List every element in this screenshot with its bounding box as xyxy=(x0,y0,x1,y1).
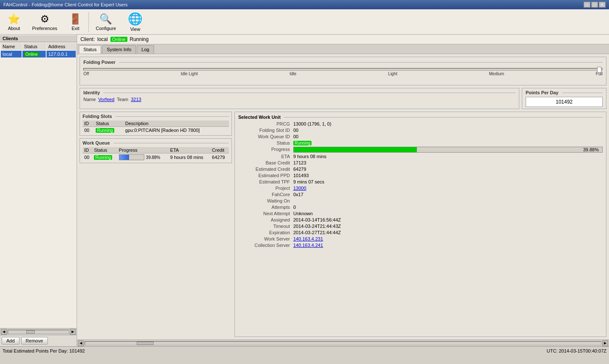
power-slider-thumb[interactable] xyxy=(597,67,601,73)
add-button[interactable]: Add xyxy=(2,337,19,345)
wq-col-status: Status xyxy=(92,147,117,153)
work-queue-table: ID Status Progress ETA Credit xyxy=(83,147,229,161)
work-queue-scroll[interactable]: ID Status Progress ETA Credit xyxy=(83,147,229,161)
main-container: Clients Name Status Address local Online xyxy=(0,35,609,346)
remove-button[interactable]: Remove xyxy=(21,337,48,345)
configure-icon: 🔍 xyxy=(99,13,112,25)
exit-icon: 🚪 xyxy=(69,13,82,25)
menu-exit[interactable]: 🚪 Exit xyxy=(63,11,88,33)
wu-field-row: Base Credit17123 xyxy=(238,160,603,165)
wu-link[interactable]: 140.163.4.231 xyxy=(293,236,323,241)
window-controls: ─ □ ✕ xyxy=(584,2,606,8)
view-icon: 🌐 xyxy=(128,12,143,26)
wu-field-row: Timeout2014-03-24T21:44:43Z xyxy=(238,224,603,229)
wu-field-value: 2014-03-27T21:44:44Z xyxy=(293,230,341,235)
menu-about[interactable]: ⭐ About xyxy=(2,11,26,33)
wu-field-row: Assigned2014-03-14T16:56:44Z xyxy=(238,217,603,222)
preferences-icon: ⚙ xyxy=(40,13,50,25)
titlebar: FAHControl - Folding@home Client Control… xyxy=(0,0,609,9)
about-label: About xyxy=(8,26,20,31)
wu-field-row: ETA9 hours 08 mins xyxy=(238,154,603,159)
team-value[interactable]: 3213 xyxy=(131,97,141,102)
power-slider[interactable] xyxy=(83,68,603,71)
wu-link[interactable]: 140.163.4.241 xyxy=(293,243,323,248)
wu-field-value: 0 xyxy=(293,205,296,210)
client-state: Running xyxy=(130,36,149,42)
wq-running-badge: Running xyxy=(94,155,112,160)
tab-log[interactable]: Log xyxy=(137,45,154,54)
wu-field-value: 64279 xyxy=(293,167,306,172)
wq-progress-text: 39.88% xyxy=(146,155,160,160)
col-name: Name xyxy=(1,43,22,50)
wu-field-value[interactable]: 140.163.4.231 xyxy=(293,236,323,241)
col-status: Status xyxy=(22,43,46,50)
right-panel: Client: local Online Running Status Syst… xyxy=(77,35,609,346)
preferences-label: Preferences xyxy=(32,26,57,31)
sidebar-hscroll[interactable]: ◀ ▶ xyxy=(0,328,77,335)
close-button[interactable]: ✕ xyxy=(599,2,606,8)
wu-link[interactable]: 13000 xyxy=(293,186,306,191)
selected-work-unit-section: Selected Work Unit PRCG13000 (1796, 1, 0… xyxy=(234,112,606,337)
wu-field-value[interactable]: 13000 xyxy=(293,186,306,191)
wq-eta: 9 hours 08 mins xyxy=(168,153,210,161)
menu-view[interactable]: 🌐 View xyxy=(122,10,149,33)
sidebar-scroll: Name Status Address local Online 127.0.0… xyxy=(0,42,77,328)
menu-configure[interactable]: 🔍 Configure xyxy=(90,11,122,33)
clients-header: Clients xyxy=(0,35,77,42)
menubar: ⭐ About ⚙ Preferences 🚪 Exit 🔍 Configure… xyxy=(0,9,609,35)
tab-sysinfo[interactable]: System Info xyxy=(102,45,136,54)
right-scroll-track[interactable] xyxy=(85,341,601,345)
slot-row[interactable]: 00 Running gpu:0:PITCAIRN [Radeon HD 780… xyxy=(83,127,229,134)
identity-ppd-row: Identity Name Vorfeed Team 3213 Points P… xyxy=(80,88,606,109)
right-hscroll[interactable]: ◀ ▶ xyxy=(77,339,609,346)
sidebar: Clients Name Status Address local Online xyxy=(0,35,77,346)
client-name: local xyxy=(1,51,22,57)
wu-field-value: 17123 xyxy=(293,160,306,165)
power-slider-container[interactable]: Off Idle Light Idle Light Medium Full xyxy=(83,68,603,81)
wu-field-label: Work Queue ID xyxy=(238,134,293,139)
slot-running-badge: Running xyxy=(96,128,114,133)
wu-field-row: PRCG13000 (1796, 1, 0) xyxy=(238,121,603,126)
right-scroll-thumb xyxy=(137,342,154,345)
wu-field-label: Folding Slot ID xyxy=(238,128,293,133)
right-scroll-right-btn[interactable]: ▶ xyxy=(602,340,608,346)
maximize-button[interactable]: □ xyxy=(591,2,598,8)
wu-field-value[interactable]: 140.163.4.241 xyxy=(293,243,323,248)
wu-running-badge: Running xyxy=(293,141,311,145)
wq-id: 00 xyxy=(83,153,92,161)
wu-field-value: 101493 xyxy=(293,173,309,178)
right-scroll-left-btn[interactable]: ◀ xyxy=(78,340,84,346)
name-value[interactable]: Vorfeed xyxy=(98,97,114,102)
wu-field-label: Next Attempt xyxy=(238,211,293,216)
folding-power-section: Folding Power Off Idle Light Idle Light … xyxy=(80,57,606,85)
scroll-right-button[interactable]: ▶ xyxy=(70,329,76,335)
slots-col-status: Status xyxy=(94,120,123,127)
menu-preferences[interactable]: ⚙ Preferences xyxy=(26,11,63,33)
minimize-button[interactable]: ─ xyxy=(584,2,590,8)
identity-row: Name Vorfeed Team 3213 xyxy=(83,97,515,102)
wq-credit: 64279 xyxy=(210,153,229,161)
power-label-light: Light xyxy=(388,71,397,76)
wu-field-row: Progress39.88% xyxy=(238,147,603,153)
scroll-left-button[interactable]: ◀ xyxy=(1,329,7,335)
wu-field-label: Assigned xyxy=(238,217,293,222)
view-label: View xyxy=(130,27,141,32)
identity-section: Identity Name Vorfeed Team 3213 xyxy=(80,88,519,109)
bottom-split: Folding Slots ID Status Description xyxy=(80,112,606,337)
wq-row[interactable]: 00 Running xyxy=(83,153,229,161)
wu-field-row: Estimated TPF9 mins 07 secs xyxy=(238,179,603,184)
wu-field-row: Work Queue ID00 xyxy=(238,134,603,139)
wu-field-row: Collection Server140.163.4.241 xyxy=(238,243,603,248)
tab-status[interactable]: Status xyxy=(79,45,101,54)
wu-field-label: Project xyxy=(238,186,293,191)
client-row[interactable]: local Online 127.0.0.1 xyxy=(1,51,76,57)
ppd-title: Points Per Day xyxy=(526,90,603,95)
wu-field-value: 00 xyxy=(293,128,298,133)
folding-slots-section: Folding Slots ID Status Description xyxy=(80,112,232,136)
wu-field-label: Estimated Credit xyxy=(238,167,293,172)
wu-field-value: 13000 (1796, 1, 0) xyxy=(293,121,331,126)
wu-field-label: PRCG xyxy=(238,121,293,126)
scroll-track[interactable] xyxy=(8,330,69,334)
wu-field-value: 2014-03-14T16:56:44Z xyxy=(293,217,341,222)
slot-status: Running xyxy=(94,127,123,134)
